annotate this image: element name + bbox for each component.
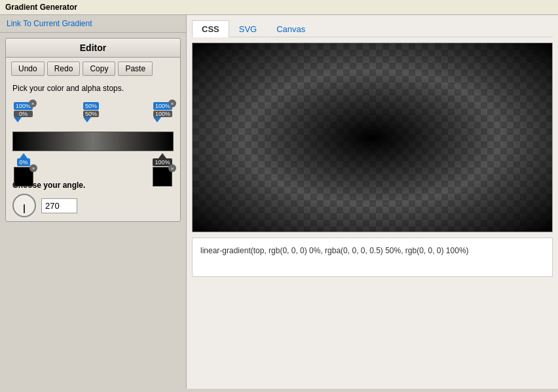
stops-area: × 100% 0% 50% 50% xyxy=(12,96,174,174)
alpha-stop-1-remove[interactable]: × xyxy=(29,99,37,107)
copy-button[interactable]: Copy xyxy=(83,62,115,76)
gradient-bar[interactable] xyxy=(12,132,174,151)
editor-section: Editor Undo Redo Copy Paste Pick your co… xyxy=(5,38,181,222)
color-stop-1[interactable]: 0% × xyxy=(14,153,33,187)
angle-dial[interactable] xyxy=(12,194,36,217)
paste-button[interactable]: Paste xyxy=(118,62,153,76)
alpha-stop-2[interactable]: 50% 50% xyxy=(83,102,99,122)
angle-controls xyxy=(12,194,174,217)
editor-header: Editor xyxy=(6,39,180,58)
link-to-gradient[interactable]: Link To Current Gradient xyxy=(0,15,186,33)
angle-input[interactable] xyxy=(41,198,77,213)
tab-canvas[interactable]: Canvas xyxy=(267,20,315,37)
undo-button[interactable]: Undo xyxy=(11,62,45,76)
left-panel: Link To Current Gradient Editor Undo Red… xyxy=(0,15,187,389)
pick-label: Pick your color and alpha stops. xyxy=(6,80,180,96)
tab-svg[interactable]: SVG xyxy=(229,20,267,37)
alpha-stop-3[interactable]: × 100% 100% xyxy=(153,102,172,122)
alpha-stop-3-remove[interactable]: × xyxy=(168,99,176,107)
alpha-stop-2-badge: 50% xyxy=(83,102,99,110)
alpha-stop-1-arrow xyxy=(14,117,22,122)
alpha-stop-2-arrow xyxy=(83,117,91,122)
color-stop-2-remove[interactable]: × xyxy=(168,164,176,172)
angle-label: Choose your angle. xyxy=(12,181,174,190)
redo-button[interactable]: Redo xyxy=(47,62,81,76)
tab-css[interactable]: CSS xyxy=(192,20,229,37)
tabs-row: CSS SVG Canvas xyxy=(192,20,553,37)
gradient-overlay xyxy=(193,43,552,232)
right-panel: CSS SVG Canvas linear-gradient(top, rgb(… xyxy=(187,15,558,389)
editor-toolbar: Undo Redo Copy Paste xyxy=(6,58,180,80)
title-bar: Gradient Generator xyxy=(0,0,558,15)
app-title: Gradient Generator xyxy=(5,3,77,12)
alpha-stop-1-pos: 0% xyxy=(14,111,33,117)
color-stop-1-arrow xyxy=(20,153,28,158)
color-stop-1-remove[interactable]: × xyxy=(29,164,37,172)
color-stop-2-arrow xyxy=(158,153,166,158)
alpha-stop-2-pos: 50% xyxy=(83,111,99,117)
css-output: linear-gradient(top, rgb(0, 0, 0) 0%, rg… xyxy=(192,238,553,277)
color-stop-2[interactable]: 100% × xyxy=(153,153,172,187)
dial-line xyxy=(24,204,25,213)
gradient-preview xyxy=(192,43,553,232)
alpha-stop-3-arrow xyxy=(153,117,161,122)
alpha-stop-1[interactable]: × 100% 0% xyxy=(14,102,33,122)
alpha-stop-3-pos: 100% xyxy=(153,111,172,117)
color-stop-1-label: 0% xyxy=(17,158,29,166)
